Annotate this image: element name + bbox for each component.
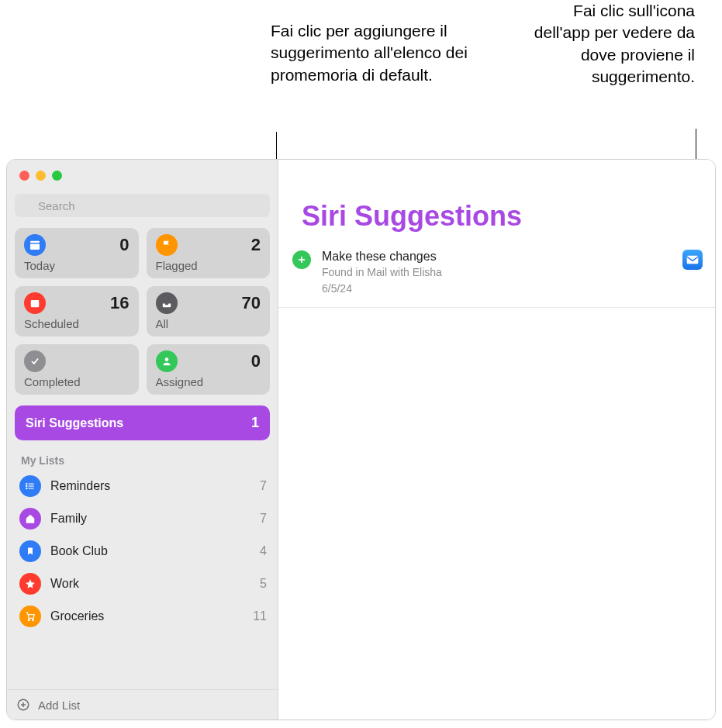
smart-today-label: Today xyxy=(24,259,130,272)
list-row-name: Reminders xyxy=(50,479,250,493)
svg-point-10 xyxy=(26,484,27,485)
list-row-name: Work xyxy=(50,577,250,591)
bookmark-icon xyxy=(19,540,41,562)
list-row-count: 7 xyxy=(260,479,267,493)
list-row-name: Book Club xyxy=(50,544,250,558)
smart-assigned[interactable]: 0 Assigned xyxy=(147,344,271,395)
smart-today[interactable]: 0 Today xyxy=(15,228,139,278)
plus-circle-icon xyxy=(16,698,30,712)
sidebar-item-siri-suggestions[interactable]: Siri Suggestions 1 xyxy=(15,405,270,440)
svg-rect-4 xyxy=(30,241,40,243)
suggestion-found-in: Found in Mail with Elisha xyxy=(322,265,682,280)
list-item[interactable]: Book Club 4 xyxy=(13,535,273,568)
smart-all-label: All xyxy=(156,317,261,330)
list-row-count: 7 xyxy=(260,512,267,526)
mail-app-icon[interactable] xyxy=(682,250,703,270)
close-window-button[interactable] xyxy=(19,171,29,181)
smart-completed[interactable]: Completed xyxy=(15,344,139,395)
callout-add: Fai clic per aggiungere il suggerimento … xyxy=(271,20,511,86)
flag-icon xyxy=(156,234,178,256)
sidebar: 0 Today 2 Flagged 16 xyxy=(7,160,278,719)
calendar-today-icon xyxy=(24,234,46,256)
app-window: 0 Today 2 Flagged 16 xyxy=(6,159,716,720)
siri-count: 1 xyxy=(251,415,259,431)
smart-all[interactable]: 70 All xyxy=(147,286,271,336)
calendar-icon xyxy=(24,292,46,314)
smart-today-count: 0 xyxy=(119,235,129,255)
smart-flagged-count: 2 xyxy=(251,235,261,255)
svg-point-6 xyxy=(164,357,168,361)
page-title: Siri Suggestions xyxy=(278,160,715,233)
search-input[interactable] xyxy=(15,194,270,217)
smart-scheduled[interactable]: 16 Scheduled xyxy=(15,286,139,336)
my-lists: Reminders 7 Family 7 Book Club 4 xyxy=(7,470,278,689)
cart-icon xyxy=(19,606,41,627)
smart-assigned-label: Assigned xyxy=(156,375,261,388)
list-bullet-icon xyxy=(19,475,41,497)
list-item[interactable]: Work 5 xyxy=(13,568,273,600)
main-content: Siri Suggestions Make these changes Foun… xyxy=(278,160,715,719)
smart-all-count: 70 xyxy=(242,293,261,313)
star-icon xyxy=(19,573,41,595)
list-row-count: 11 xyxy=(253,609,267,623)
svg-point-14 xyxy=(33,619,34,621)
svg-point-12 xyxy=(26,488,27,488)
smart-assigned-count: 0 xyxy=(251,351,261,371)
person-icon xyxy=(156,350,178,372)
add-list-label: Add List xyxy=(38,699,80,712)
suggestion-title: Make these changes xyxy=(322,250,682,264)
svg-rect-5 xyxy=(31,300,40,307)
smart-lists-grid: 0 Today 2 Flagged 16 xyxy=(7,220,278,401)
home-icon xyxy=(19,508,41,530)
smart-scheduled-count: 16 xyxy=(110,293,129,313)
smart-flagged[interactable]: 2 Flagged xyxy=(147,228,271,278)
svg-rect-20 xyxy=(687,256,699,264)
add-list-button[interactable]: Add List xyxy=(7,689,278,719)
list-row-name: Family xyxy=(50,512,250,526)
suggestion-date: 6/5/24 xyxy=(322,281,682,296)
zoom-window-button[interactable] xyxy=(52,171,62,181)
list-row-count: 5 xyxy=(260,577,267,591)
suggestion-row: Make these changes Found in Mail with El… xyxy=(278,250,715,308)
minimize-window-button[interactable] xyxy=(36,171,46,181)
siri-label: Siri Suggestions xyxy=(26,416,123,430)
smart-completed-label: Completed xyxy=(24,375,130,388)
sidebar-section-header: My Lists xyxy=(7,440,278,470)
tray-icon xyxy=(156,292,178,314)
smart-scheduled-label: Scheduled xyxy=(24,317,130,330)
add-suggestion-button[interactable] xyxy=(292,250,311,269)
checkmark-icon xyxy=(24,350,46,372)
svg-point-13 xyxy=(28,619,29,621)
list-item[interactable]: Groceries 11 xyxy=(13,600,273,633)
list-item[interactable]: Family 7 xyxy=(13,502,273,535)
svg-point-11 xyxy=(26,485,27,486)
list-item[interactable]: Reminders 7 xyxy=(13,470,273,502)
list-row-name: Groceries xyxy=(50,609,244,623)
smart-flagged-label: Flagged xyxy=(156,259,261,272)
window-controls xyxy=(7,160,278,189)
callout-app-icon: Fai clic sull'icona dell'app per vedere … xyxy=(516,0,695,88)
list-row-count: 4 xyxy=(260,544,267,558)
